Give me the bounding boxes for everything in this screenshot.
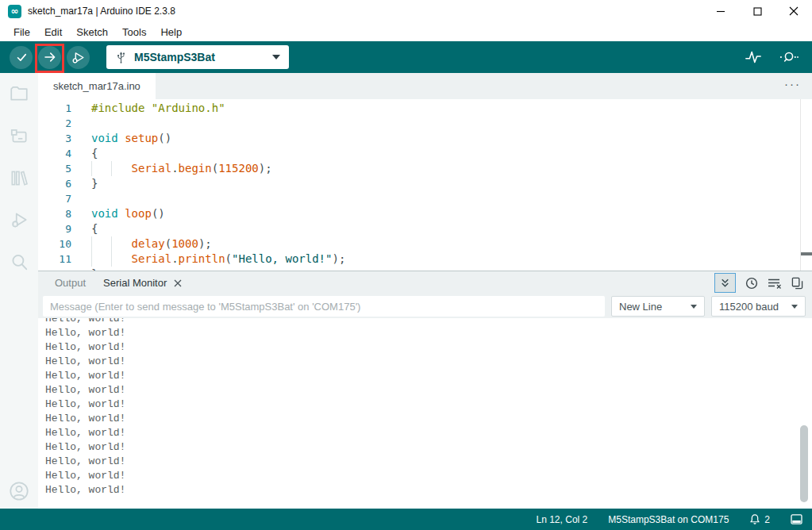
baud-rate-value: 115200 baud	[719, 301, 779, 313]
board-selector-label: M5StampS3Bat	[134, 51, 265, 63]
verify-button[interactable]	[10, 46, 33, 69]
tab-overflow-menu[interactable]: ···	[784, 77, 801, 90]
line-number: 2	[38, 116, 71, 131]
menu-bar: FileEditSketchToolsHelp	[0, 22, 812, 41]
maximize-button[interactable]	[739, 0, 775, 22]
bottom-panel: Output Serial Monitor	[38, 271, 812, 509]
arrow-right-icon	[43, 50, 57, 64]
serial-input-row: New Line 115200 baud	[38, 294, 812, 318]
code-line: 7	[38, 191, 812, 206]
menu-item-help[interactable]: Help	[153, 25, 189, 40]
indent-guide	[91, 252, 111, 267]
serial-output-line: Hello, world!	[45, 412, 812, 426]
code-line: 12}	[38, 267, 812, 271]
tab-sketch-mar17a-ino[interactable]: sketch_mar17a.ino	[38, 73, 156, 99]
menu-item-sketch[interactable]: Sketch	[69, 25, 115, 40]
bell-icon	[749, 513, 760, 525]
line-ending-value: New Line	[619, 301, 662, 313]
window-title: sketch_mar17a | Arduino IDE 2.3.8	[28, 6, 175, 17]
line-number: 10	[38, 236, 71, 252]
line-number: 11	[38, 252, 71, 267]
status-bar: Ln 12, Col 2 M5StampS3Bat on COM175 2	[0, 509, 812, 530]
upload-button[interactable]	[38, 46, 61, 69]
code-line: 3void setup()	[38, 131, 812, 146]
serial-output-line: Hello, world!	[45, 483, 812, 497]
menu-item-file[interactable]: File	[6, 25, 37, 40]
serial-monitor-button[interactable]	[779, 48, 799, 66]
arduino-logo-icon: ∞	[8, 5, 21, 18]
message-input[interactable]	[43, 296, 605, 317]
indent-guide	[111, 252, 131, 267]
code-editor[interactable]: 1#include "Arduino.h"23void setup()4{5Se…	[38, 99, 812, 271]
sidebar-item-boards-manager[interactable]	[9, 125, 29, 146]
tab-serial-monitor[interactable]: Serial Monitor	[94, 277, 190, 289]
clear-lines-icon	[768, 277, 782, 290]
serial-output-line: Hello, world!	[45, 383, 812, 398]
editor-tab-bar: sketch_mar17a.ino ···	[38, 73, 812, 99]
line-number: 12	[38, 267, 71, 271]
serial-scrollbar-thumb[interactable]	[800, 425, 808, 502]
serial-output-line: Hello, world!	[45, 398, 812, 412]
line-number: 9	[38, 221, 71, 236]
serial-output-line: Hello, world!	[45, 455, 812, 469]
toggle-autoscroll-button[interactable]	[714, 273, 736, 293]
copy-output-button[interactable]	[791, 277, 803, 290]
code-line: 1#include "Arduino.h"	[38, 101, 812, 116]
chevron-down-icon	[691, 305, 697, 309]
account-icon[interactable]	[8, 480, 30, 502]
serial-output-line: Hello, world!	[45, 426, 812, 440]
line-number: 4	[38, 146, 71, 161]
sidebar-item-library-manager[interactable]	[9, 167, 29, 188]
usb-icon	[115, 51, 127, 64]
cursor-overview-marker	[801, 252, 812, 255]
baud-rate-select[interactable]: 115200 baud	[711, 296, 806, 317]
line-number: 1	[38, 101, 71, 116]
serial-output-line: Hello, world!	[45, 369, 812, 383]
indent-guide	[91, 161, 111, 176]
serial-output-line: Hello, world!	[45, 469, 812, 483]
sidebar-item-debug[interactable]	[9, 209, 29, 230]
clear-output-button[interactable]	[768, 277, 782, 290]
board-connection-status: M5StampS3Bat on COM175	[608, 514, 729, 525]
toggle-timestamp-button[interactable]	[745, 277, 758, 290]
toggle-panel-button[interactable]	[791, 514, 802, 524]
line-number: 8	[38, 206, 71, 221]
chevron-down-icon	[791, 305, 798, 309]
indent-guide	[111, 161, 131, 176]
notifications-button[interactable]: 2	[749, 513, 770, 525]
debug-button[interactable]	[67, 46, 90, 69]
line-number: 3	[38, 131, 71, 146]
code-line: 4{	[38, 146, 812, 161]
minimize-button[interactable]	[702, 0, 739, 22]
arduino-ide-window: ∞ sketch_mar17a | Arduino IDE 2.3.8 File…	[0, 0, 812, 530]
serial-output-line: Hello, world!	[45, 326, 812, 340]
menu-item-edit[interactable]: Edit	[37, 25, 69, 40]
close-icon[interactable]	[174, 279, 182, 287]
tab-output[interactable]: Output	[46, 277, 94, 289]
close-button[interactable]	[775, 0, 812, 22]
copy-icon	[791, 277, 803, 290]
sidebar-item-sketchbook[interactable]	[9, 83, 29, 104]
editor-scrollbar[interactable]	[800, 99, 801, 271]
code-line: 2	[38, 116, 812, 131]
notification-count: 2	[764, 514, 770, 525]
title-bar: ∞ sketch_mar17a | Arduino IDE 2.3.8	[0, 0, 812, 22]
main-toolbar: M5StampS3Bat	[0, 41, 812, 73]
line-number: 6	[38, 176, 71, 191]
indent-guide	[91, 236, 111, 252]
serial-output-line: Hello, world!	[45, 440, 812, 455]
line-ending-select[interactable]: New Line	[611, 296, 705, 317]
double-chevron-down-icon	[719, 277, 731, 289]
board-selector[interactable]: M5StampS3Bat	[106, 45, 289, 69]
clock-icon	[745, 277, 758, 290]
serial-output-line: Hello, world!	[45, 340, 812, 355]
window-controls	[702, 0, 812, 22]
indent-guide	[111, 236, 131, 252]
cursor-position[interactable]: Ln 12, Col 2	[537, 514, 588, 525]
sidebar-item-search[interactable]	[9, 252, 29, 272]
serial-plotter-button[interactable]	[744, 48, 763, 66]
code-line: 10delay(1000);	[38, 236, 812, 252]
menu-item-tools[interactable]: Tools	[115, 25, 153, 40]
serial-monitor-tab-label: Serial Monitor	[103, 277, 167, 289]
chevron-down-icon	[272, 55, 280, 60]
